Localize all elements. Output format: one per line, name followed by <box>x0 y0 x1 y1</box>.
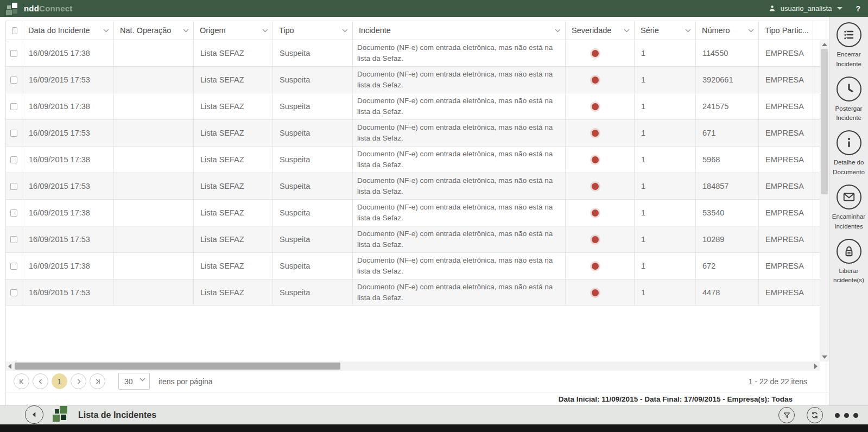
row-checkbox[interactable] <box>10 50 17 57</box>
refresh-icon <box>810 411 819 420</box>
help-button[interactable]: ? <box>856 4 860 13</box>
forward-incidents-button[interactable]: Encaminhar Incidentes <box>829 185 868 232</box>
column-header-serie[interactable]: Série <box>635 21 696 40</box>
table-row[interactable]: 16/09/2015 17:53 Lista SEFAZ Suspeita Do… <box>6 120 829 147</box>
action-label: Encaminhar Incidentes <box>830 212 868 232</box>
row-checkbox[interactable] <box>10 236 17 243</box>
user-menu[interactable]: usuario_analista ? <box>768 4 860 13</box>
horizontal-scroll-thumb[interactable] <box>15 363 340 370</box>
table-row[interactable]: 16/09/2015 17:38 Lista SEFAZ Suspeita Do… <box>6 147 829 173</box>
incidents-table: Data do Incidente Nat. Operação Origem <box>6 21 829 371</box>
column-header-severidade[interactable]: Severidade <box>566 21 635 40</box>
column-label: Tipo <box>279 26 294 35</box>
cell-serie: 1 <box>635 200 696 226</box>
previous-page-button[interactable] <box>33 373 48 389</box>
filter-button[interactable] <box>778 407 795 423</box>
cell-tipo-partic: EMPRESA <box>759 226 813 252</box>
main-content: Data do Incidente Nat. Operação Origem <box>0 17 868 405</box>
header-filler <box>813 21 829 40</box>
column-header-tipo[interactable]: Tipo <box>273 21 353 40</box>
cell-numero: 3920661 <box>696 67 759 93</box>
severity-dot-icon <box>592 289 599 296</box>
table-row[interactable]: 16/09/2015 17:38 Lista SEFAZ Suspeita Do… <box>6 40 829 67</box>
column-menu-icon[interactable] <box>685 29 691 33</box>
cell-numero: 241575 <box>696 93 759 119</box>
column-menu-icon[interactable] <box>103 29 109 33</box>
column-header-incidente[interactable]: Incidente <box>353 21 566 40</box>
bottom-black-strip <box>0 424 868 432</box>
cell-severidade <box>566 200 635 226</box>
table-row[interactable]: 16/09/2015 17:38 Lista SEFAZ Suspeita Do… <box>6 200 829 226</box>
row-checkbox[interactable] <box>10 130 17 137</box>
app-logo-text: nddConnect <box>24 4 73 13</box>
table-row[interactable]: 16/09/2015 17:53 Lista SEFAZ Suspeita Do… <box>6 173 829 200</box>
scroll-down-icon[interactable] <box>822 355 827 359</box>
row-checkbox-cell <box>6 173 22 199</box>
cell-incidente: Documento (NF-e) com entrada eletrônica,… <box>353 67 566 93</box>
more-options-button[interactable] <box>835 413 858 418</box>
cell-origem: Lista SEFAZ <box>194 147 273 173</box>
select-all-checkbox[interactable] <box>12 27 17 34</box>
column-menu-icon[interactable] <box>555 29 561 33</box>
row-checkbox[interactable] <box>10 103 17 110</box>
column-header-data-incidente[interactable]: Data do Incidente <box>22 21 114 40</box>
table-row[interactable]: 16/09/2015 17:53 Lista SEFAZ Suspeita Do… <box>6 67 829 93</box>
cell-tipo-partic: EMPRESA <box>759 200 813 226</box>
next-page-button[interactable] <box>71 373 86 389</box>
refresh-button[interactable] <box>807 407 823 423</box>
cell-data-incidente: 16/09/2015 17:38 <box>22 93 114 119</box>
column-header-origem[interactable]: Origem <box>194 21 273 40</box>
scroll-right-icon[interactable] <box>814 364 818 369</box>
last-page-button[interactable] <box>90 373 105 389</box>
cell-tipo: Suspeita <box>273 200 353 226</box>
table-row[interactable]: 16/09/2015 17:53 Lista SEFAZ Suspeita Do… <box>6 226 829 253</box>
cell-tipo-partic: EMPRESA <box>759 93 813 119</box>
postpone-incident-button[interactable]: Postergar Incidente <box>829 77 868 124</box>
table-row[interactable]: 16/09/2015 17:38 Lista SEFAZ Suspeita Do… <box>6 93 829 120</box>
document-detail-button[interactable]: Detalhe do Documento <box>829 130 868 177</box>
table-row[interactable]: 16/09/2015 17:53 Lista SEFAZ Suspeita Do… <box>6 279 829 306</box>
cell-numero: 4478 <box>696 279 759 306</box>
vertical-scrollbar[interactable] <box>820 40 829 361</box>
cell-tipo: Suspeita <box>273 173 353 199</box>
column-menu-icon[interactable] <box>748 29 754 33</box>
cell-origem: Lista SEFAZ <box>194 226 273 252</box>
vertical-scroll-thumb[interactable] <box>821 49 828 194</box>
row-checkbox[interactable] <box>10 263 17 270</box>
column-menu-icon[interactable] <box>624 29 630 33</box>
cell-nat-operacao <box>114 279 194 306</box>
row-checkbox[interactable] <box>10 209 17 217</box>
horizontal-scrollbar[interactable] <box>6 361 820 371</box>
column-menu-icon[interactable] <box>183 29 189 33</box>
cell-incidente: Documento (NF-e) com entrada eletrônica,… <box>353 40 566 66</box>
chevron-down-icon <box>140 378 145 382</box>
close-incident-button[interactable]: Encerrar Incidente <box>829 22 868 69</box>
cell-origem: Lista SEFAZ <box>194 200 273 226</box>
row-checkbox[interactable] <box>10 77 17 84</box>
row-checkbox[interactable] <box>10 289 17 296</box>
top-bar: nddConnect usuario_analista ? <box>0 0 868 17</box>
row-checkbox-cell <box>6 279 22 306</box>
page-size-select[interactable]: 30 <box>118 373 150 390</box>
back-button[interactable] <box>25 405 43 424</box>
scroll-up-icon[interactable] <box>822 43 827 46</box>
action-label: Liberar ncidente(s) <box>830 266 868 286</box>
table-row[interactable]: 16/09/2015 17:38 Lista SEFAZ Suspeita Do… <box>6 253 829 279</box>
column-header-nat-operacao[interactable]: Nat. Operação <box>114 21 194 40</box>
cell-origem: Lista SEFAZ <box>194 40 273 66</box>
row-checkbox[interactable] <box>10 183 17 190</box>
scroll-left-icon[interactable] <box>8 364 11 369</box>
cell-tipo: Suspeita <box>273 40 353 66</box>
cell-origem: Lista SEFAZ <box>194 253 273 279</box>
column-header-numero[interactable]: Número <box>696 21 759 40</box>
row-checkbox[interactable] <box>10 156 17 163</box>
column-menu-icon[interactable] <box>262 29 268 33</box>
current-page-button[interactable]: 1 <box>52 373 67 389</box>
cell-severidade <box>566 147 635 173</box>
row-checkbox-cell <box>6 120 22 146</box>
column-menu-icon[interactable] <box>342 29 348 33</box>
first-page-button[interactable] <box>14 373 29 389</box>
cell-severidade <box>566 279 635 306</box>
column-header-tipo-partic[interactable]: Tipo Partic... <box>759 21 813 40</box>
release-incidents-button[interactable]: Liberar ncidente(s) <box>829 239 868 286</box>
